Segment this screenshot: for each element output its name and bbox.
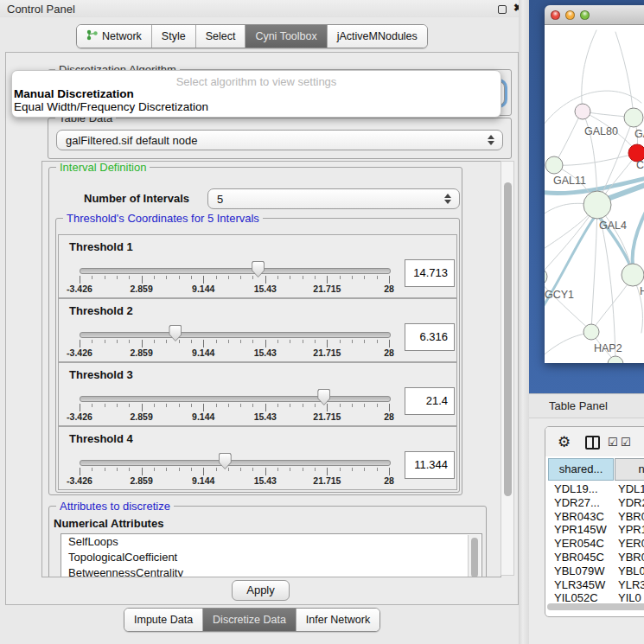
checkbox-icon[interactable]: ☑ bbox=[621, 436, 631, 449]
screen: { "panel": {"title": "Control Panel", "c… bbox=[0, 0, 644, 644]
tab-impute-data[interactable]: Impute Data bbox=[124, 609, 202, 631]
table-row[interactable]: YLR345WYLR3 bbox=[545, 578, 644, 592]
tab-discretize-data[interactable]: Discretize Data bbox=[202, 609, 296, 631]
table-row[interactable]: YDR27...YDR2 bbox=[545, 496, 644, 510]
table-row[interactable]: YPR145WYPR1 bbox=[545, 523, 644, 537]
float-window-icon[interactable] bbox=[498, 5, 507, 14]
slider-track[interactable] bbox=[80, 460, 391, 466]
tab-style[interactable]: Style bbox=[151, 25, 195, 48]
table-row[interactable]: YDL19...YDL1 bbox=[545, 482, 644, 496]
tab-infer-network[interactable]: Infer Network bbox=[296, 609, 379, 631]
network-node[interactable] bbox=[545, 268, 547, 285]
slider-track[interactable] bbox=[80, 268, 391, 274]
threshold-panel-4: Threshold 4-3.4262.8599.14415.4321.71528… bbox=[58, 426, 457, 490]
network-node[interactable] bbox=[583, 324, 599, 340]
tab-select[interactable]: Select bbox=[195, 25, 245, 48]
network-node[interactable] bbox=[608, 356, 623, 363]
attribute-item-selfloops[interactable]: SelfLoops bbox=[61, 534, 481, 550]
column-header-shared-[interactable]: shared... bbox=[548, 458, 614, 481]
apply-button[interactable]: Apply bbox=[232, 580, 290, 601]
algorithm-option-manual-discretization[interactable]: Manual Discretization bbox=[14, 87, 134, 100]
cell-shared-name: YER054C bbox=[554, 537, 604, 550]
top-tab-bar: NetworkStyleSelectCyni ToolboxjActiveMNo… bbox=[76, 24, 428, 48]
table-toolbar: ⚙☑☑ bbox=[545, 427, 644, 456]
slider-scale-labels: -3.4262.8599.14415.4321.71528 bbox=[80, 284, 390, 294]
cell-name: YBR0 bbox=[618, 551, 644, 564]
network-canvas[interactable]: GAL80GACGAL11GAL4HGCY1HAP2 bbox=[545, 25, 644, 363]
threshold-label: Threshold 1 bbox=[69, 240, 133, 253]
scale-label: 2.859 bbox=[116, 411, 168, 422]
checkbox-icon[interactable]: ☑ bbox=[608, 436, 618, 449]
slider-track[interactable] bbox=[80, 396, 391, 402]
slider-track[interactable] bbox=[80, 332, 391, 338]
vertical-scrollbar[interactable] bbox=[501, 161, 514, 576]
attributes-scrollbar[interactable] bbox=[468, 535, 481, 577]
node-label: HAP2 bbox=[594, 342, 622, 354]
scale-label: 9.144 bbox=[177, 284, 229, 294]
network-node[interactable] bbox=[624, 108, 643, 127]
cell-name: YER0 bbox=[618, 537, 644, 550]
table-row[interactable]: YBR043CYBR0 bbox=[545, 510, 644, 524]
cell-name: YBL0 bbox=[618, 564, 644, 577]
scale-label: 21.715 bbox=[301, 411, 353, 422]
horizontal-scrollbar[interactable] bbox=[547, 603, 644, 610]
column-header-n[interactable]: n bbox=[615, 458, 644, 481]
threshold-value-field[interactable]: 11.344 bbox=[405, 451, 455, 479]
cell-shared-name: YBL079W bbox=[554, 564, 605, 577]
cell-shared-name: YDL19... bbox=[554, 482, 598, 495]
cell-name: YLR3 bbox=[618, 578, 644, 591]
threshold-value-field[interactable]: 14.713 bbox=[405, 259, 455, 287]
number-of-intervals-combo[interactable]: 5 bbox=[207, 188, 460, 209]
close-button[interactable] bbox=[551, 10, 560, 20]
table-row[interactable]: YBR045CYBR0 bbox=[545, 551, 644, 564]
threshold-value-field[interactable]: 21.4 bbox=[405, 387, 455, 415]
node-label: GAL11 bbox=[553, 175, 586, 187]
attribute-item-betweennesscentrality[interactable]: BetweennessCentrality bbox=[61, 565, 481, 577]
scale-label: 9.144 bbox=[177, 348, 229, 358]
tab-label: Infer Network bbox=[306, 614, 370, 626]
cell-shared-name: YDR27... bbox=[554, 496, 600, 509]
scrollbar-thumb[interactable] bbox=[504, 182, 512, 496]
columns-icon[interactable] bbox=[585, 436, 600, 450]
threshold-label: Threshold 3 bbox=[69, 368, 133, 381]
algorithm-placeholder: Select algorithm to view settings bbox=[12, 75, 501, 88]
minimize-button[interactable] bbox=[565, 10, 575, 20]
tab-label: Impute Data bbox=[134, 614, 193, 626]
table-row[interactable]: YBL079WYBL0 bbox=[545, 564, 644, 578]
slider-scale-labels: -3.4262.8599.14415.4321.71528 bbox=[80, 411, 390, 422]
table-data-combo[interactable]: galFiltered.sif default node bbox=[56, 130, 503, 150]
numerical-attributes-label: Numerical Attributes bbox=[54, 517, 163, 530]
network-node[interactable] bbox=[545, 156, 563, 174]
table-rows: YDL19...YDL1YDR27...YDR2YBR043CYBR0YPR14… bbox=[545, 482, 644, 605]
network-view-window: GAL80GACGAL11GAL4HGCY1HAP2 bbox=[545, 5, 644, 363]
scale-label: 9.144 bbox=[177, 411, 229, 422]
scale-label: 21.715 bbox=[301, 348, 353, 358]
cell-shared-name: YPR145W bbox=[554, 523, 607, 536]
tab-cyni-toolbox[interactable]: Cyni Toolbox bbox=[245, 25, 326, 48]
algorithm-option-equal-width-frequency-discretization[interactable]: Equal Width/Frequency Discretization bbox=[14, 100, 208, 113]
network-window-titlebar[interactable] bbox=[545, 5, 644, 25]
network-node[interactable] bbox=[583, 191, 611, 219]
group-title: Interval Definition bbox=[56, 161, 150, 174]
panel-divider[interactable] bbox=[519, 0, 529, 644]
network-node[interactable] bbox=[575, 104, 590, 119]
table-row[interactable]: YER054CYER0 bbox=[545, 537, 644, 551]
network-edge bbox=[633, 203, 644, 271]
zoom-button[interactable] bbox=[580, 10, 590, 20]
bottom-tab-bar: Impute DataDiscretize DataInfer Network bbox=[124, 608, 380, 632]
node-label: C bbox=[636, 159, 644, 171]
tab-network[interactable]: Network bbox=[77, 25, 151, 48]
threshold-label: Threshold 4 bbox=[69, 432, 133, 445]
table-panel-title: Table Panel bbox=[549, 399, 608, 412]
interval-definition-group: Interval Definition Number of Intervals … bbox=[48, 167, 462, 495]
network-node[interactable] bbox=[622, 264, 644, 286]
scale-label: -3.426 bbox=[54, 284, 105, 294]
attribute-item-topologicalcoefficient[interactable]: TopologicalCoefficient bbox=[61, 550, 481, 565]
cell-shared-name: YLR345W bbox=[554, 578, 605, 591]
tab-jactivemnodules[interactable]: jActiveMNodules bbox=[327, 25, 427, 48]
gear-icon[interactable]: ⚙ bbox=[558, 433, 571, 451]
threshold-value-field[interactable]: 6.316 bbox=[405, 323, 455, 351]
table-data-value: galFiltered.sif default node bbox=[66, 134, 197, 147]
cell-name: YDL1 bbox=[618, 482, 644, 495]
network-edge bbox=[545, 279, 591, 331]
